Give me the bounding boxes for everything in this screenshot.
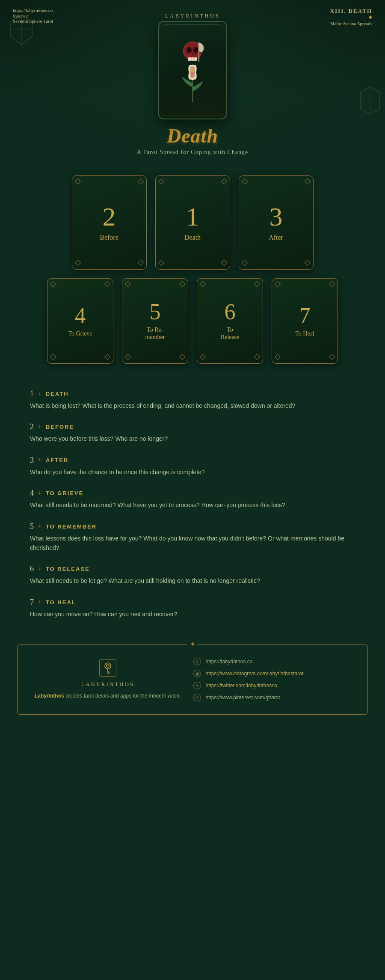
lily-icon bbox=[173, 62, 212, 104]
desc-num-4: 4 bbox=[30, 489, 34, 498]
desc-item-5: 5 + TO REMEMBER What lessons does this l… bbox=[30, 522, 355, 553]
corner-bl bbox=[125, 354, 131, 360]
footer-url-text: https://labyrinthos.co bbox=[205, 659, 252, 665]
desc-plus-1: + bbox=[38, 391, 41, 398]
desc-plus-4: + bbox=[38, 490, 41, 497]
desc-plus-6: + bbox=[38, 566, 41, 573]
corner-br bbox=[254, 354, 260, 360]
top-right-info: XIII. DEATH ◆ Major Arcana Spreads bbox=[330, 8, 372, 26]
card-label-remember: To Re- member bbox=[145, 327, 165, 341]
corner-tr bbox=[179, 281, 185, 287]
svg-rect-9 bbox=[188, 57, 191, 61]
twitter-icon: ✦ bbox=[193, 682, 201, 689]
desc-num-6: 6 bbox=[30, 564, 34, 573]
card-2-before: 2 Before bbox=[72, 175, 147, 270]
svg-point-19 bbox=[190, 68, 195, 72]
card-label-after: After bbox=[269, 233, 283, 241]
desc-num-5: 5 bbox=[30, 522, 34, 531]
footer-link-pinterest: ℗ https://www.pinterest.com/gttarot bbox=[193, 694, 350, 701]
footer-link-website: ⊕ https://labyrinthos.co bbox=[193, 658, 350, 665]
desc-body-3: Who do you have the chance to be once th… bbox=[30, 467, 355, 477]
featuring-brand: Seventh Sphere Tarot bbox=[13, 18, 53, 24]
desc-header-3: 3 + AFTER bbox=[30, 456, 355, 465]
corner-bl bbox=[50, 354, 56, 360]
featuring-label: featuring bbox=[13, 14, 53, 18]
hero-section: https://labyrinthos.co featuring Seventh… bbox=[0, 0, 385, 163]
desc-title-7: TO HEAL bbox=[46, 599, 76, 606]
instagram-icon: ▣ bbox=[193, 670, 201, 677]
desc-header-6: 6 + TO RELEASE bbox=[30, 564, 355, 573]
desc-plus-7: + bbox=[38, 599, 41, 606]
labyrinthos-key-icon bbox=[103, 662, 113, 674]
top-diamond: ◆ bbox=[369, 15, 372, 19]
desc-header-7: 7 + TO HEAL bbox=[30, 598, 355, 607]
footer-links: ⊕ https://labyrinthos.co ▣ https://www.i… bbox=[193, 658, 350, 701]
rune-decoration-right bbox=[359, 86, 381, 116]
card-3-after: 3 After bbox=[239, 175, 314, 270]
corner-tr bbox=[329, 281, 335, 287]
svg-rect-10 bbox=[191, 57, 194, 61]
corner-tl bbox=[50, 281, 56, 287]
corner-bl bbox=[200, 354, 206, 360]
card-number-5: 5 bbox=[150, 301, 161, 323]
card-5-to-remember: 5 To Re- member bbox=[122, 278, 188, 364]
card-label-death: Death bbox=[184, 233, 201, 241]
footer-logo-icon bbox=[99, 659, 116, 677]
desc-item-3: 3 + AFTER Who do you have the chance to … bbox=[30, 456, 355, 477]
footer-link-twitter: ✦ https://twitter.com/labyrinthosco bbox=[193, 682, 350, 689]
cards-row-2: 4 To Grieve 5 To Re- member 6 To Release… bbox=[26, 278, 359, 364]
card-4-to-grieve: 4 To Grieve bbox=[47, 278, 113, 364]
card-number-4: 4 bbox=[75, 305, 86, 327]
desc-item-1: 1 + DEATH What is being lost? What is th… bbox=[30, 389, 355, 410]
corner-br bbox=[137, 260, 143, 266]
corner-tr bbox=[137, 178, 143, 184]
corner-bl bbox=[158, 260, 164, 266]
svg-rect-11 bbox=[194, 57, 197, 61]
top-left-info: https://labyrinthos.co featuring Seventh… bbox=[13, 8, 53, 24]
desc-body-4: What still needs to be mourned? What hav… bbox=[30, 500, 355, 510]
desc-header-2: 2 + BEFORE bbox=[30, 422, 355, 431]
desc-title-5: TO REMEMBER bbox=[46, 523, 97, 530]
desc-header-5: 5 + TO REMEMBER bbox=[30, 522, 355, 531]
card-label-before: Before bbox=[100, 233, 118, 241]
desc-body-7: How can you move on? How can you rest an… bbox=[30, 609, 355, 619]
corner-br bbox=[221, 260, 227, 266]
desc-header-4: 4 + TO GRIEVE bbox=[30, 489, 355, 498]
corner-tl bbox=[74, 178, 80, 184]
desc-title-1: DEATH bbox=[46, 391, 69, 397]
desc-body-6: What still needs to be let go? What are … bbox=[30, 576, 355, 585]
corner-tr bbox=[104, 281, 110, 287]
hero-title: Death bbox=[167, 125, 218, 147]
corner-bl bbox=[241, 260, 247, 266]
card-number-7: 7 bbox=[299, 305, 311, 327]
desc-plus-5: + bbox=[38, 523, 41, 530]
desc-body-1: What is being lost? What is the process … bbox=[30, 401, 355, 410]
hero-subtitle: A Tarot Spread for Coping with Change bbox=[137, 149, 249, 156]
desc-body-5: What lessons does this loss have for you… bbox=[30, 534, 355, 553]
desc-num-1: 1 bbox=[30, 389, 34, 398]
desc-title-3: AFTER bbox=[46, 457, 68, 463]
desc-num-2: 2 bbox=[30, 422, 34, 431]
pinterest-icon: ℗ bbox=[193, 694, 201, 701]
desc-title-2: BEFORE bbox=[46, 424, 74, 430]
corner-tl bbox=[275, 281, 281, 287]
footer-left: LABYRINTHOS Labyrinthos creates tarot de… bbox=[35, 659, 181, 700]
corner-br bbox=[179, 354, 185, 360]
desc-title-4: TO GRIEVE bbox=[46, 490, 84, 496]
desc-header-1: 1 + DEATH bbox=[30, 389, 355, 398]
card-label-grieve: To Grieve bbox=[68, 330, 92, 338]
globe-icon: ⊕ bbox=[193, 658, 201, 665]
corner-tl bbox=[125, 281, 131, 287]
roman-numeral: XIII. DEATH bbox=[330, 8, 372, 15]
footer-brand-bold: Labyrinthos bbox=[35, 693, 64, 699]
footer-description: Labyrinthos creates tarot decks and apps… bbox=[35, 692, 181, 700]
card-7-to-heal: 7 To Heal bbox=[272, 278, 338, 364]
footer-link-instagram: ▣ https://www.instagram.com/labyrinthost… bbox=[193, 670, 350, 677]
desc-body-2: Who were you before this loss? Who are n… bbox=[30, 434, 355, 443]
major-arcana-label: Major Arcana Spreads bbox=[330, 21, 372, 26]
footer-instagram-text: https://www.instagram.com/labyrinthostar… bbox=[205, 671, 303, 677]
corner-tr bbox=[304, 178, 310, 184]
desc-num-7: 7 bbox=[30, 598, 34, 607]
card-label-heal: To Heal bbox=[295, 330, 314, 338]
descriptions-section: 1 + DEATH What is being lost? What is th… bbox=[0, 377, 385, 632]
